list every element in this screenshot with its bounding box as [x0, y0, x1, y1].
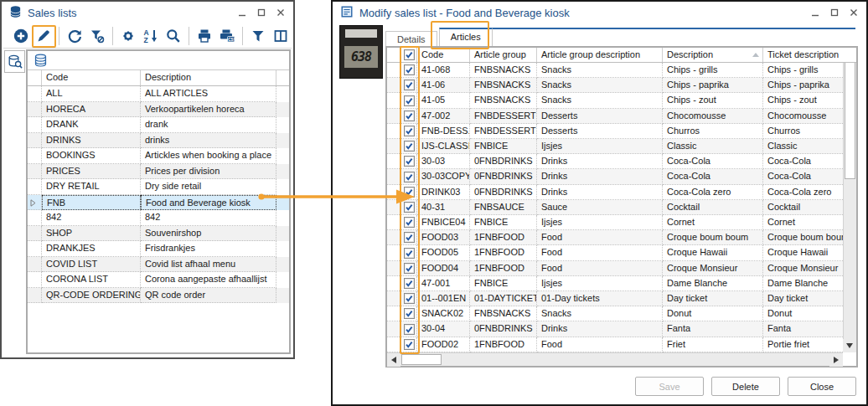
table-row[interactable]: 40-31 FNBSAUCE Sauce Cocktail Cocktail — [387, 200, 843, 215]
horizontal-scrollbar[interactable] — [387, 352, 843, 366]
vertical-scrollbar[interactable] — [843, 48, 856, 352]
table-row[interactable]: CORONA LIST Corona aangepaste afhaallijs… — [28, 272, 289, 288]
table-row[interactable]: FOOD03 1FNBFOOD Food Croque boum boum Cr… — [387, 230, 843, 245]
horizontal-scrollbar-thumb[interactable] — [401, 354, 442, 365]
minimize-icon[interactable] — [237, 8, 247, 18]
row-checkbox[interactable] — [401, 230, 417, 245]
scroll-right-icon[interactable] — [829, 353, 843, 367]
tab[interactable]: Details — [385, 31, 437, 46]
row-checkbox[interactable] — [401, 63, 417, 78]
table-row[interactable]: QR-CODE ORDERING QR code order — [28, 288, 289, 304]
row-checkbox[interactable] — [401, 124, 417, 139]
right-titlebar[interactable]: Modify sales list - Food and Beverage ki… — [333, 2, 866, 23]
left-titlebar[interactable]: Sales lists — [2, 2, 293, 23]
add-button[interactable] — [11, 25, 32, 47]
table-row[interactable]: 47-002 FNBDESSERT Desserts Chocomousse C… — [387, 109, 843, 124]
table-row[interactable]: ALL ALL ARTICLES — [28, 86, 289, 102]
table-row[interactable]: FNB-DESS... FNBDESSERT Desserts Churros … — [387, 124, 843, 139]
row-checkbox[interactable] — [401, 185, 417, 200]
table-row[interactable]: 842 842 — [28, 210, 289, 226]
table-row[interactable]: 41-05 FNBSNACKS Snacks Chips - zout Chip… — [387, 93, 843, 108]
dialog-button[interactable]: Delete — [711, 377, 780, 396]
table-row[interactable]: FNBICE04 FNBICE Ijsjes Cornet Cornet — [387, 215, 843, 230]
row-checkbox[interactable] — [401, 154, 417, 169]
table-row[interactable]: FOOD04 1FNBFOOD Food Croque Monsieur Cro… — [387, 261, 843, 276]
row-checkbox[interactable] — [401, 261, 417, 276]
column-header-description[interactable]: Description — [141, 70, 276, 85]
scroll-down-icon[interactable] — [843, 339, 856, 352]
table-row[interactable]: DRANK drank — [28, 117, 289, 133]
refresh-button[interactable] — [65, 25, 85, 47]
vertical-scrollbar-thumb[interactable] — [845, 62, 855, 179]
column-header-ticket-description[interactable]: Ticket description — [763, 48, 843, 62]
filter-button[interactable] — [248, 25, 269, 47]
dialog-button[interactable]: Close — [788, 377, 856, 396]
table-row[interactable]: PRICES Prices per division — [28, 164, 289, 180]
table-row[interactable]: SNACK02 FNBSNACKS Snacks Donut Donut — [387, 306, 843, 321]
row-checkbox[interactable] — [401, 306, 417, 321]
row-checkbox[interactable] — [401, 245, 417, 260]
description-cell: Verkoopartikelen horeca — [141, 102, 276, 118]
table-row[interactable]: IJS-CLASSIC FNBICE Ijsjes Classic Classi… — [387, 139, 843, 154]
table-row[interactable]: SHOP Souvenirshop — [28, 226, 289, 242]
table-row[interactable]: DRANKJES Frisdrankjes — [28, 241, 289, 257]
database-search-icon[interactable] — [4, 50, 25, 73]
columns-button[interactable] — [270, 25, 291, 47]
article-group-description-cell: Drinks — [537, 169, 663, 184]
minimize-icon[interactable] — [810, 8, 820, 18]
table-row[interactable]: FOOD02 1FNBFOOD Food Friet Portie friet — [387, 337, 843, 352]
close-icon[interactable] — [849, 8, 859, 18]
row-checkbox[interactable] — [401, 200, 417, 215]
row-checkbox[interactable] — [401, 291, 417, 306]
table-row[interactable]: COVID LIST Covid list afhaal menu — [28, 257, 289, 273]
clear-filter-button[interactable] — [87, 25, 108, 47]
row-selector-cell — [28, 179, 42, 195]
table-row[interactable]: FNB Food and Beverage kiosk — [28, 195, 289, 211]
edit-button[interactable] — [34, 25, 54, 47]
table-row[interactable]: 47-001 FNBICE Ijsjes Dame Blanche Dame B… — [387, 276, 843, 291]
table-row[interactable]: FOOD05 1FNBFOOD Food Croque Hawaii Croqu… — [387, 245, 843, 260]
table-row[interactable]: 41-068 FNBSNACKS Snacks Chips - grills C… — [387, 63, 843, 78]
row-checkbox[interactable] — [401, 169, 417, 184]
export-csv-print-button[interactable]: CSV — [216, 25, 237, 47]
column-header-description[interactable]: Description — [663, 48, 763, 62]
row-checkbox[interactable] — [401, 276, 417, 291]
table-row[interactable]: DRY RETAIL Dry side retail — [28, 179, 289, 195]
print-button[interactable] — [194, 25, 215, 47]
row-checkbox[interactable] — [401, 139, 417, 154]
column-header-code[interactable]: Code — [417, 48, 470, 62]
settings-button[interactable] — [118, 25, 139, 47]
maximize-icon[interactable] — [256, 8, 266, 18]
dialog-button[interactable]: Save — [635, 377, 704, 396]
table-row[interactable]: 30-04 0FNBDRINKS Drinks Fanta Fanta — [387, 321, 843, 337]
scroll-left-icon[interactable] — [387, 353, 400, 367]
maximize-icon[interactable] — [829, 8, 840, 18]
select-all-checkbox[interactable] — [401, 48, 417, 62]
row-checkbox[interactable] — [401, 321, 417, 337]
table-row[interactable]: DRINK03 0FNBDRINKS Drinks Coca-Cola zero… — [387, 185, 843, 200]
code-cell: ALL — [42, 86, 141, 102]
code-cell: 41-05 — [417, 93, 470, 108]
row-checkbox[interactable] — [401, 215, 417, 230]
table-row[interactable]: 41-06 FNBSNACKS Snacks Chips - paprika C… — [387, 78, 843, 93]
close-icon[interactable] — [276, 8, 286, 18]
table-row[interactable]: BOOKINGS Artickles when booking a place — [28, 148, 289, 164]
sort-az-button[interactable]: AZ — [141, 25, 162, 47]
row-checkbox[interactable] — [401, 109, 417, 124]
row-checkbox[interactable] — [401, 78, 417, 93]
column-header-article-group-description[interactable]: Article group description — [537, 48, 663, 62]
search-button[interactable] — [163, 25, 183, 47]
column-header-article-group[interactable]: Article group — [470, 48, 537, 62]
ticket-description-cell: Churros — [763, 124, 843, 139]
group-by-area[interactable] — [28, 51, 289, 70]
table-row[interactable]: DRINKS drinks — [28, 133, 289, 149]
row-checkbox[interactable] — [401, 93, 417, 108]
row-checkbox[interactable] — [401, 337, 417, 352]
tab[interactable]: Articles — [439, 28, 493, 46]
table-row[interactable]: 30-03COPY 0FNBDRINKS Drinks Coca-Cola Co… — [387, 169, 843, 184]
table-row[interactable]: 30-03 0FNBDRINKS Drinks Coca-Cola Coca-C… — [387, 154, 843, 169]
table-row[interactable]: 01--001EN 01-DAYTICKETS 01-Day tickets D… — [387, 291, 843, 306]
table-row[interactable]: HORECA Verkoopartikelen horeca — [28, 102, 289, 118]
description-cell: Coca-Cola — [663, 169, 763, 184]
column-header-code[interactable]: Code — [42, 70, 141, 85]
